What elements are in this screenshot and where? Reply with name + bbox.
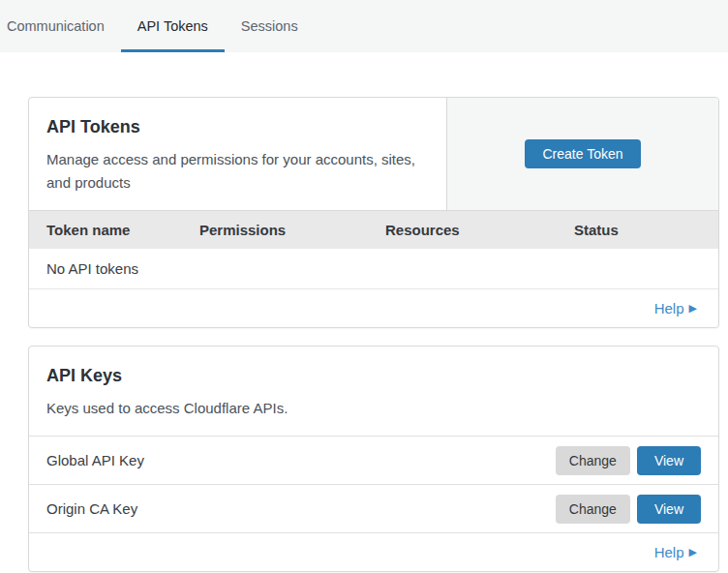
api-key-actions: Change View [556, 495, 701, 524]
api-tokens-card: API Tokens Manage access and permissions… [28, 97, 719, 328]
token-table-header-permissions: Permissions [199, 222, 385, 238]
help-link-label: Help [654, 300, 684, 317]
api-tokens-card-header-text: API Tokens Manage access and permissions… [29, 98, 446, 210]
token-table-empty-message: No API tokens [46, 260, 138, 277]
tab-sessions[interactable]: Sessions [225, 0, 315, 52]
change-global-api-key-button[interactable]: Change [556, 446, 630, 475]
token-table-header-resources: Resources [385, 222, 574, 238]
token-table-header-row: Token name Permissions Resources Status [29, 210, 718, 249]
api-tokens-card-footer: Help ▶ [29, 289, 718, 327]
change-origin-ca-key-button[interactable]: Change [556, 495, 630, 524]
api-key-name: Global API Key [46, 452, 556, 468]
api-tokens-description: Manage access and permissions for your a… [46, 148, 423, 195]
help-link-label: Help [654, 544, 684, 560]
tab-api-tokens[interactable]: API Tokens [121, 0, 225, 52]
api-keys-description: Keys used to access Cloudflare APIs. [46, 397, 701, 420]
view-global-api-key-button[interactable]: View [637, 446, 701, 475]
token-table-empty-row: No API tokens [29, 249, 718, 289]
create-token-button[interactable]: Create Token [525, 139, 640, 168]
api-tokens-card-action-area: Create Token [446, 98, 718, 210]
api-tokens-card-header: API Tokens Manage access and permissions… [29, 98, 718, 210]
page-content: API Tokens Manage access and permissions… [0, 52, 728, 572]
api-key-row-global: Global API Key Change View [29, 436, 718, 484]
api-key-actions: Change View [556, 446, 701, 475]
help-arrow-icon: ▶ [689, 547, 697, 558]
api-keys-card-footer: Help ▶ [29, 532, 718, 571]
api-tokens-help-link[interactable]: Help ▶ [654, 300, 697, 317]
tab-bar: Communication API Tokens Sessions [0, 0, 728, 52]
api-keys-card: API Keys Keys used to access Cloudflare … [28, 346, 719, 572]
view-origin-ca-key-button[interactable]: View [637, 495, 701, 524]
api-key-name: Origin CA Key [46, 500, 556, 517]
api-keys-card-header: API Keys Keys used to access Cloudflare … [29, 347, 718, 436]
token-table-header-status: Status [574, 222, 718, 238]
token-table-header-token-name: Token name [46, 222, 199, 238]
api-keys-help-link[interactable]: Help ▶ [654, 544, 697, 560]
api-keys-title: API Keys [46, 362, 701, 389]
api-tokens-title: API Tokens [46, 113, 423, 140]
api-key-row-origin-ca: Origin CA Key Change View [29, 484, 718, 532]
help-arrow-icon: ▶ [689, 303, 697, 314]
tab-communication[interactable]: Communication [7, 0, 121, 52]
